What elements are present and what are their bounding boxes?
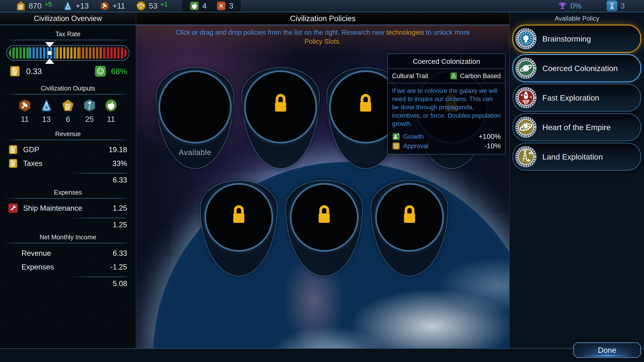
taxes-row: Taxes 33% (0, 157, 136, 170)
influence-scales-icon (136, 1, 146, 11)
output-wealth-value: 6 (66, 115, 70, 124)
output-influence: 25 (80, 99, 99, 124)
tax-money-value: 0.33 (26, 67, 42, 76)
available-policy-title: Available Policy (510, 15, 644, 22)
victory-progress: 0% (558, 1, 582, 11)
victory-value: 0% (570, 1, 582, 10)
done-button[interactable]: Done (573, 343, 641, 358)
net-expenses-label: Expenses (22, 263, 54, 271)
tax-rate-label: Tax Rate (0, 30, 136, 38)
growth-value: +100% (479, 133, 501, 141)
hammer-icon (18, 99, 31, 112)
civilization-policies-panel: Civilization Policies Click or drag and … (136, 12, 509, 348)
output-food-value: 11 (107, 115, 115, 124)
resource-topbar: 870 +5 +13 +11 (0, 0, 644, 12)
civilization-overview-panel: Civilization Overview Tax Rate 0.33 (0, 12, 136, 348)
brainstorming-medallion (515, 28, 537, 49)
policy-item-brainstorming[interactable]: Brainstorming (512, 25, 641, 53)
food-resource: 4 (190, 1, 206, 11)
lock-icon (230, 204, 248, 225)
policy-name: Fast Exploration (542, 93, 600, 102)
dna-icon (450, 72, 458, 80)
tax-slider-handle[interactable] (45, 42, 54, 64)
approval-effect-row: Approval -10% (392, 142, 501, 150)
flask-icon (40, 99, 53, 112)
resource-group-left: 870 +5 +13 +11 (0, 0, 241, 12)
credits-delta: +5 (44, 1, 52, 8)
crossed-x-icon (216, 1, 226, 11)
net-total: 5.08 (0, 277, 136, 288)
influence-delta: +1 (160, 1, 168, 8)
tax-rate-slider[interactable] (6, 45, 130, 61)
policy-item-fast-exploration[interactable]: Fast Exploration (512, 84, 641, 112)
output-research-value: 13 (42, 115, 51, 124)
net-income-title: Net Monthly Income (0, 234, 136, 241)
expenses-total: 1.25 (0, 218, 136, 229)
expenses-title: Expenses (0, 189, 136, 196)
policy-item-heart-of-the-empire[interactable]: Heart of the Empire (512, 113, 641, 141)
food-apple-icon (190, 1, 199, 11)
research-value: +13 (76, 1, 89, 10)
instruction-segment: . (339, 38, 341, 45)
divider (4, 40, 132, 40)
net-revenue-label: Revenue (22, 249, 51, 257)
instruction-segment: Click or drag and drop policies from the… (176, 29, 386, 36)
output-wealth: 6 (58, 99, 77, 124)
policy-slots-link[interactable]: Policy Slots (304, 38, 339, 45)
divider (4, 243, 132, 243)
policy-slot-locked-1[interactable] (242, 67, 320, 169)
research-flask-icon (63, 1, 72, 11)
victory-trophy-icon (558, 1, 567, 11)
output-food: 11 (102, 99, 120, 124)
approval-percent-value: 68% (111, 67, 127, 76)
net-revenue-value: 6.33 (113, 249, 127, 257)
lock-icon (316, 204, 333, 225)
turn-counter: 3 (606, 0, 625, 11)
turn-button[interactable] (606, 0, 617, 11)
bottom-bar (0, 348, 644, 362)
policy-slot-circle (158, 70, 232, 143)
policy-name: Heart of the Empire (542, 123, 611, 132)
policy-item-land-exploitation[interactable]: Land Exploitation (512, 143, 641, 171)
coins-icon (8, 158, 18, 169)
taxes-value: 33% (112, 159, 127, 168)
done-button-label: Done (598, 346, 616, 355)
done-button-face: Done (574, 343, 640, 357)
instruction-segment: to unlock more (424, 29, 470, 36)
lock-icon (357, 92, 374, 114)
net-revenue-row: Revenue 6.33 (0, 246, 136, 260)
growth-effect-row: Growth +100% (392, 133, 501, 141)
policy-slot-available[interactable]: Available (156, 67, 234, 169)
crisis-value: 3 (229, 1, 234, 10)
flag-icon (83, 99, 96, 112)
policy-name: Land Exploitation (542, 152, 603, 161)
output-production-value: 11 (21, 115, 29, 124)
influence-resource: 53 +1 (136, 1, 168, 11)
gdp-value: 19.18 (109, 145, 127, 154)
coerced-colonization-medallion (515, 57, 537, 79)
outputs-title: Civilization Outputs (0, 85, 136, 92)
revenue-total: 6.33 (0, 173, 136, 184)
crisis-resource: 3 (216, 1, 234, 11)
production-resource: +11 (100, 1, 125, 11)
divider (4, 198, 132, 199)
credits-coin-icon (16, 1, 26, 11)
turn-value: 3 (620, 1, 625, 10)
slot-available-label: Available (156, 148, 234, 157)
gdp-label: GDP (23, 145, 39, 154)
output-research: 13 (37, 99, 56, 124)
left-panel-title: Civilization Overview (34, 14, 102, 23)
tooltip-effects: Growth +100% Approval -10% (388, 129, 505, 154)
left-panel-header: Civilization Overview (0, 12, 136, 25)
influence-value: 53 (149, 1, 158, 10)
tooltip-title: Coerced Colonization (388, 54, 505, 68)
technologies-link[interactable]: technologies (386, 29, 424, 36)
production-hammer-icon (100, 1, 110, 11)
policy-name: Coerced Colonization (542, 64, 618, 73)
revenue-title: Revenue (0, 130, 136, 138)
policy-name: Brainstorming (542, 34, 591, 43)
policy-item-coerced-colonization[interactable]: Coerced Colonization (512, 54, 641, 82)
center-panel-header: Civilization Policies (136, 12, 509, 25)
coins-icon (62, 99, 74, 112)
coins-icon (9, 65, 21, 77)
